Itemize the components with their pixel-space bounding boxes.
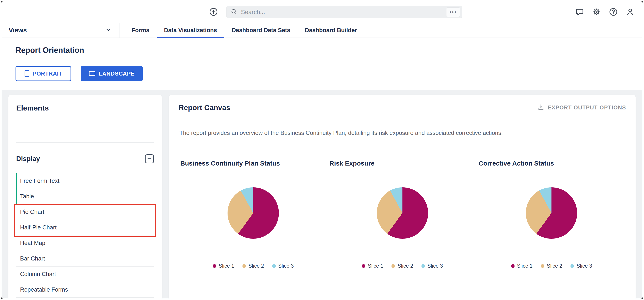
legend-item: Slice 3 bbox=[422, 263, 443, 269]
tab-label: Dashboard Data Sets bbox=[232, 27, 290, 34]
chart-title: Corrective Action Status bbox=[478, 160, 626, 167]
legend-label: Slice 1 bbox=[368, 263, 383, 269]
legend-dot bbox=[392, 264, 395, 268]
legend-label: Slice 2 bbox=[398, 263, 413, 269]
elements-panel: Elements Display Free Form Text Table Pi… bbox=[8, 95, 162, 299]
collapse-section-button[interactable] bbox=[145, 154, 154, 163]
pie-chart bbox=[526, 187, 577, 239]
chart-legend: Slice 1 Slice 2 Slice 3 bbox=[477, 263, 626, 269]
portrait-icon bbox=[24, 70, 29, 77]
landscape-icon bbox=[89, 71, 95, 76]
search-icon bbox=[230, 8, 238, 16]
plus-circle-icon bbox=[209, 7, 218, 17]
element-label: Heat Map bbox=[20, 240, 45, 246]
legend-label: Slice 2 bbox=[248, 263, 264, 269]
tab-label: Dashboard Builder bbox=[305, 27, 357, 34]
help-button[interactable] bbox=[609, 7, 618, 17]
element-label: Free Form Text bbox=[20, 178, 60, 184]
profile-button[interactable] bbox=[626, 7, 635, 17]
legend-dot bbox=[362, 264, 365, 268]
legend-item: Slice 1 bbox=[511, 263, 532, 269]
chat-icon bbox=[575, 7, 584, 17]
legend-label: Slice 3 bbox=[278, 263, 294, 269]
element-label: Bar Chart bbox=[20, 255, 45, 262]
element-item-repeatable-forms[interactable]: Repeatable Forms bbox=[16, 282, 154, 298]
tab-data-visualizations[interactable]: Data Visualizations bbox=[157, 23, 224, 38]
legend-item: Slice 2 bbox=[392, 263, 413, 269]
portrait-label: PORTRAIT bbox=[33, 70, 62, 77]
main-area: Elements Display Free Form Text Table Pi… bbox=[1, 90, 643, 299]
element-label: Pie Chart bbox=[20, 209, 44, 215]
legend-label: Slice 3 bbox=[576, 263, 592, 269]
portrait-button[interactable]: PORTRAIT bbox=[16, 66, 71, 81]
element-item-bar-chart[interactable]: Bar Chart bbox=[16, 251, 154, 266]
chart-legend: Slice 1 Slice 2 Slice 3 bbox=[178, 263, 328, 269]
legend-label: Slice 1 bbox=[517, 263, 532, 269]
views-dropdown[interactable]: Views bbox=[1, 23, 120, 38]
report-canvas-panel: Report Canvas EXPORT OUTPUT OPTIONS The … bbox=[169, 95, 636, 299]
elements-panel-title: Elements bbox=[16, 104, 154, 112]
chart-title: Business Continuity Plan Status bbox=[180, 160, 328, 167]
help-icon bbox=[609, 7, 618, 17]
element-item-table[interactable]: Table bbox=[16, 189, 154, 204]
element-label: Half-Pie Chart bbox=[20, 224, 57, 231]
element-item-pie-chart[interactable]: Pie Chart bbox=[16, 204, 154, 220]
legend-dot bbox=[213, 264, 216, 268]
element-item-half-pie-chart[interactable]: Half-Pie Chart bbox=[16, 220, 154, 235]
legend-dot bbox=[541, 264, 544, 268]
app-window: ••• bbox=[1, 1, 643, 299]
top-bar: ••• bbox=[1, 1, 643, 23]
chevron-down-icon bbox=[105, 27, 112, 34]
tab-strip: Forms Data Visualizations Dashboard Data… bbox=[124, 23, 364, 38]
element-label: Table bbox=[20, 193, 34, 200]
element-item-free-form-text[interactable]: Free Form Text bbox=[16, 173, 154, 189]
legend-dot bbox=[570, 264, 574, 268]
search-input[interactable] bbox=[241, 9, 446, 16]
settings-button[interactable] bbox=[592, 7, 601, 17]
search-options-button[interactable]: ••• bbox=[446, 7, 460, 17]
legend-item: Slice 3 bbox=[272, 263, 294, 269]
element-item-heat-map[interactable]: Heat Map bbox=[16, 235, 154, 251]
tab-dashboard-builder[interactable]: Dashboard Builder bbox=[298, 23, 364, 38]
landscape-label: LANDSCAPE bbox=[99, 70, 134, 77]
export-label: EXPORT OUTPUT OPTIONS bbox=[548, 104, 626, 111]
search-bar: ••• bbox=[226, 6, 462, 18]
charts-row: Business Continuity Plan Status Slice 1 … bbox=[178, 160, 626, 269]
legend-dot bbox=[272, 264, 276, 268]
legend-item: Slice 1 bbox=[213, 263, 234, 269]
chart-block-corrective-action: Corrective Action Status Slice 1 Slice 2 bbox=[477, 160, 626, 269]
minus-icon bbox=[148, 158, 152, 159]
chat-button[interactable] bbox=[575, 7, 584, 17]
legend-item: Slice 2 bbox=[242, 263, 264, 269]
download-icon bbox=[538, 104, 544, 112]
legend-dot bbox=[422, 264, 425, 268]
element-label: Column Chart bbox=[20, 271, 56, 277]
user-icon bbox=[626, 7, 635, 17]
display-section-title: Display bbox=[16, 155, 40, 163]
divider bbox=[178, 119, 626, 119]
gear-icon bbox=[592, 7, 601, 17]
element-label: Repeatable Forms bbox=[20, 286, 68, 293]
legend-label: Slice 1 bbox=[219, 263, 234, 269]
pie-chart bbox=[228, 187, 279, 239]
tab-label: Data Visualizations bbox=[164, 27, 217, 34]
landscape-button[interactable]: LANDSCAPE bbox=[81, 66, 143, 81]
nav-bar: Views Forms Data Visualizations Dashboar… bbox=[1, 23, 643, 38]
legend-dot bbox=[511, 264, 514, 268]
legend-item: Slice 2 bbox=[541, 263, 562, 269]
chart-block-bcp-status: Business Continuity Plan Status Slice 1 … bbox=[178, 160, 328, 269]
tab-forms[interactable]: Forms bbox=[124, 23, 157, 38]
legend-label: Slice 3 bbox=[428, 263, 443, 269]
active-tab-underline bbox=[157, 37, 224, 38]
views-label: Views bbox=[9, 27, 27, 34]
export-output-options-button[interactable]: EXPORT OUTPUT OPTIONS bbox=[538, 104, 626, 112]
report-orientation-title: Report Orientation bbox=[16, 46, 643, 55]
legend-item: Slice 1 bbox=[362, 263, 383, 269]
tab-dashboard-data-sets[interactable]: Dashboard Data Sets bbox=[224, 23, 298, 38]
report-description: The report provides an overview of the B… bbox=[178, 130, 626, 136]
display-elements-list: Free Form Text Table Pie Chart Half-Pie … bbox=[16, 173, 154, 298]
element-item-column-chart[interactable]: Column Chart bbox=[16, 266, 154, 282]
add-button[interactable] bbox=[209, 7, 218, 17]
legend-dot bbox=[242, 264, 246, 268]
chart-title: Risk Exposure bbox=[330, 160, 477, 167]
